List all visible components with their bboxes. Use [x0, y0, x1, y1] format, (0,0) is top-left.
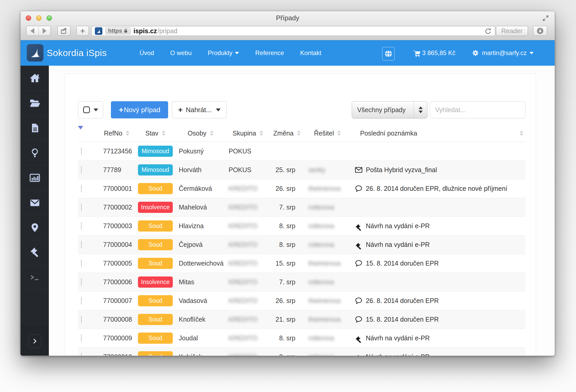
fullscreen-icon[interactable] — [542, 15, 549, 22]
new-tab-button[interactable]: + — [76, 26, 89, 36]
row-checkbox[interactable] — [81, 203, 82, 211]
column-header-refno[interactable]: RefNo — [99, 130, 135, 137]
window-titlebar[interactable]: Případy — [21, 11, 555, 25]
zmena-cell: 8. srp — [271, 334, 303, 342]
nav-item-reference[interactable]: Reference — [255, 49, 284, 57]
search-input[interactable] — [430, 101, 525, 118]
row-checkbox[interactable] — [81, 147, 82, 155]
address-bar[interactable]: https ispis.cz /pripad — [91, 26, 495, 36]
language-button[interactable] — [382, 47, 395, 60]
folder-open-icon — [29, 97, 41, 109]
table-row[interactable]: 77000002InsolvenceMahelováKREDITO7. srpr… — [78, 198, 525, 217]
status-badge: Mimosoud — [138, 146, 173, 157]
sidebar-item-home[interactable] — [21, 66, 49, 91]
table-row[interactable]: 77000007SoudVadasováKREDITO26. srptheime… — [78, 292, 525, 310]
forward-button[interactable] — [38, 26, 50, 36]
table-row[interactable]: 77123456MimosoudPokusnýPOKUS — [78, 142, 525, 161]
resitel-value: rotterova — [308, 278, 334, 286]
table-header: RefNoStavOsobySkupinaZměnaŘešitelPosledn… — [78, 125, 525, 142]
skupina-value: KREDITO — [229, 278, 257, 286]
row-checkbox-cell — [78, 316, 99, 323]
column-header-osoby[interactable]: Osoby — [176, 130, 225, 137]
main-area: + Nový případ + Nahrát... Všechny případ… — [49, 66, 555, 356]
row-checkbox[interactable] — [81, 278, 82, 286]
row-checkbox[interactable] — [81, 259, 82, 267]
table-row[interactable]: 77789MimosoudHorváthPOKUS25. srpsenkyPoš… — [78, 161, 525, 179]
column-header-změna[interactable]: Změna — [271, 130, 303, 137]
cart-button[interactable]: 3 865,85 Kč — [413, 40, 455, 66]
nav-item-kontakt[interactable]: Kontakt — [300, 49, 321, 57]
osoby-cell: Mitas — [176, 278, 225, 286]
back-button[interactable] — [27, 26, 38, 36]
sidebar-item-lightbulb[interactable] — [21, 140, 49, 165]
column-header-poslední-poznámka[interactable]: Poslední poznámka — [352, 130, 525, 137]
table-row[interactable]: 77000005SoudDotterweichováKREDITO15. srp… — [78, 254, 525, 273]
sidebar-item-folder-open[interactable] — [21, 91, 49, 116]
row-checkbox[interactable] — [81, 297, 82, 305]
row-checkbox-cell — [78, 185, 99, 192]
refno-cell: 77123456 — [99, 147, 135, 155]
upload-button[interactable]: + Nahrát... — [172, 101, 227, 118]
row-checkbox[interactable] — [81, 185, 82, 192]
skupina-value: KREDITO — [229, 334, 257, 342]
plus-icon: + — [178, 106, 183, 114]
row-checkbox[interactable] — [81, 353, 82, 356]
case-filter-select[interactable]: Všechny případy — [352, 101, 427, 118]
resitel-value: rotterova — [308, 222, 334, 229]
select-all-dropdown[interactable] — [78, 101, 103, 118]
resitel-cell: theimerova — [303, 297, 352, 305]
column-filter[interactable] — [78, 130, 99, 137]
sidebar-item-gavel[interactable] — [21, 240, 49, 265]
note-cell: Návrh na vydání e-PR — [352, 241, 525, 249]
sidebar-item-terminal[interactable] — [21, 265, 49, 290]
table-row[interactable]: 77000004SoudČejpováKREDITO8. srprotterov… — [78, 235, 525, 254]
zmena-cell: 8. srp — [271, 241, 303, 248]
row-checkbox[interactable] — [81, 222, 82, 230]
row-checkbox[interactable] — [81, 241, 82, 248]
column-header-stav[interactable]: Stav — [135, 130, 176, 137]
status-badge: Soud — [138, 239, 173, 250]
reader-button[interactable]: Reader — [496, 26, 528, 36]
row-checkbox[interactable] — [81, 166, 82, 174]
zmena-cell: 8. srp — [271, 222, 303, 230]
column-label: Stav — [145, 130, 158, 137]
table-row[interactable]: 77000009SoudJoudalKREDITO8. srprotterova… — [78, 329, 525, 348]
sidebar-expand-button[interactable] — [29, 334, 41, 348]
skupina-value: KREDITO — [229, 297, 257, 304]
nav-item-úvod[interactable]: Úvod — [140, 49, 154, 57]
sidebar-item-document[interactable] — [21, 116, 49, 140]
sidebar-item-envelope[interactable] — [21, 190, 49, 215]
skupina-cell: KREDITO — [225, 297, 271, 305]
table-row[interactable]: 77000008SoudKnoflíčekKREDITO21. srptheim… — [78, 310, 525, 329]
site-favicon — [95, 27, 102, 35]
document-icon — [29, 122, 41, 134]
new-case-button[interactable]: + Nový případ — [111, 101, 168, 118]
sidebar-item-bar-chart[interactable] — [21, 165, 49, 190]
table-row[interactable]: 77000010SoudKubíčekKREDITO8. srprotterov… — [78, 348, 525, 356]
brand-title[interactable]: Sokordia iSpis — [47, 40, 107, 66]
row-checkbox[interactable] — [81, 315, 82, 323]
app-logo[interactable] — [27, 44, 43, 62]
status-cell: Mimosoud — [135, 164, 176, 175]
refresh-button[interactable] — [484, 27, 492, 35]
user-menu[interactable]: martin@sarfy.cz — [472, 40, 534, 66]
nav-item-produkty[interactable]: Produkty — [208, 49, 239, 57]
table-row[interactable]: 77000006InsolvenceMitasKREDITO7. srprott… — [78, 273, 525, 292]
nav-item-o-webu[interactable]: O webu — [170, 49, 192, 57]
share-button[interactable] — [57, 26, 70, 36]
resitel-cell: theimerova — [303, 316, 352, 323]
skupina-cell: KREDITO — [225, 185, 271, 192]
column-header-řešitel[interactable]: Řešitel — [303, 130, 352, 137]
table-row[interactable]: 77000003SoudHlaviznaKREDITO8. srprottero… — [78, 217, 525, 235]
cart-amount: 3 865,85 Kč — [422, 49, 455, 57]
row-checkbox[interactable] — [81, 334, 82, 342]
refno-cell: 77000004 — [99, 241, 135, 248]
table-row[interactable]: 77000001SoudČermákováKREDITO26. srptheim… — [78, 179, 525, 198]
column-header-skupina[interactable]: Skupina — [225, 130, 271, 137]
downloads-button[interactable] — [533, 26, 547, 36]
status-cell: Soud — [135, 239, 176, 250]
share-icon — [60, 27, 68, 35]
osoby-cell: Čejpová — [176, 241, 225, 248]
osoby-cell: Pokusný — [176, 147, 225, 155]
sidebar-item-map-pin[interactable] — [21, 215, 49, 240]
